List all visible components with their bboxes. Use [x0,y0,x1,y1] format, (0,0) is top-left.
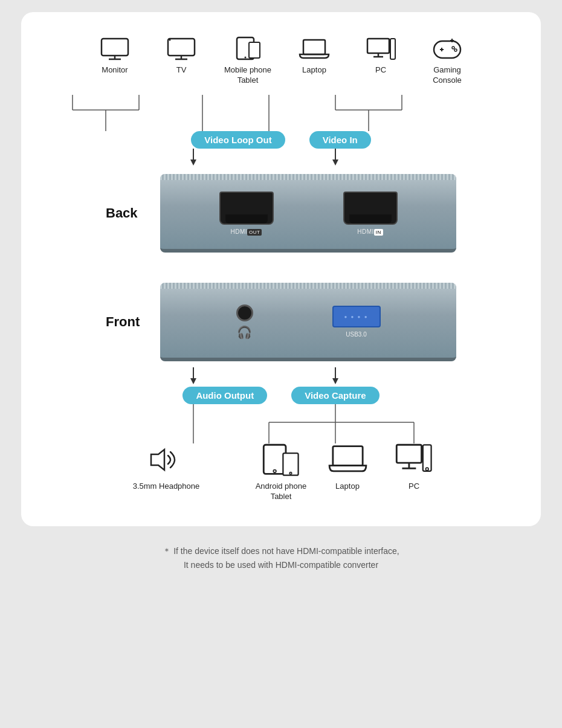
svg-point-20 [454,49,457,51]
footnote: ＊ If the device itself does not have HDM… [163,544,399,573]
icon-pc2: PC [381,443,447,492]
footnote-line2: It needs to be used with HDMI-compatible… [163,558,399,573]
main-card: Monitor TV Mobile phoneTablet [21,12,541,526]
svg-point-9 [245,57,247,59]
svg-marker-34 [190,159,196,166]
icon-monitor: Monitor [82,36,148,76]
icon-android: Android phoneTablet [248,443,314,502]
bottom-arrows [39,367,523,384]
top-connector-lines [39,92,523,131]
android-label: Android phoneTablet [256,482,307,502]
top-arrows [39,149,523,166]
front-device-box: 🎧 USB3.0 [160,283,456,361]
icon-laptop: Laptop [281,36,347,76]
bottom-icons-row: 3.5mm Headphone Android phoneTablet Lapt… [39,443,523,502]
svg-marker-38 [190,378,196,384]
icon-mobile: Mobile phoneTablet [215,36,281,86]
footnote-line1: ＊ If the device itself does not have HDM… [163,544,399,559]
audio-output-badge: Audio Output [182,387,267,404]
svg-rect-0 [102,39,128,56]
front-section: Front 🎧 USB3.0 [39,283,523,361]
icon-pc: PC [347,36,414,76]
front-label: Front [106,314,160,330]
usb-port: USB3.0 [332,306,381,338]
mobile-label: Mobile phoneTablet [224,65,271,86]
hdmi-out-port: HDMIOUT [219,192,274,235]
headphone-label: 3.5mm Headphone [133,482,200,492]
icon-tv: TV [148,36,215,76]
back-label: Back [106,205,160,221]
svg-marker-36 [332,159,338,166]
svg-rect-12 [367,39,389,53]
icon-headphone: 3.5mm Headphone [115,443,218,492]
svg-point-6 [169,39,171,41]
hdmi-out-connector [219,192,274,225]
usb-label: USB3.0 [346,331,366,338]
monitor-label: Monitor [102,65,128,76]
pc2-label: PC [409,482,419,492]
usb-connector [332,306,381,327]
gaming-label: GamingConsole [433,65,462,86]
svg-rect-11 [303,40,325,54]
icon-gaming: GamingConsole [414,36,480,86]
svg-rect-52 [332,446,362,465]
pc-label: PC [375,65,386,76]
tv-label: TV [176,65,187,76]
svg-marker-40 [332,378,338,384]
svg-marker-47 [151,449,164,470]
hdmi-out-label: HDMIOUT [231,228,262,235]
svg-rect-10 [249,42,260,58]
video-loop-out-badge: Video Loop Out [191,131,285,149]
svg-rect-3 [168,39,195,56]
audio-jack-port: 🎧 [236,304,253,340]
svg-point-19 [452,47,454,49]
back-section: Back HDMIOUT HDMIIN [39,174,523,253]
svg-rect-53 [396,445,421,463]
video-in-badge: Video In [309,131,371,149]
jack-port-circle [236,304,253,321]
svg-rect-15 [390,39,395,59]
icon-laptop2: Laptop [314,443,381,492]
laptop2-label: Laptop [335,482,360,492]
hdmi-in-label: HDMIIN [357,228,383,235]
hdmi-in-port: HDMIIN [343,192,398,235]
svg-point-57 [425,468,428,471]
top-badge-row: Video Loop Out Video In [39,131,523,149]
video-capture-badge: Video Capture [291,387,379,404]
svg-point-49 [273,469,276,472]
top-icons-row: Monitor TV Mobile phoneTablet [39,36,523,86]
laptop-label: Laptop [302,65,326,76]
bottom-connector-lines [39,404,523,443]
bottom-badge-row: Audio Output Video Capture [39,387,523,404]
headphone-icon: 🎧 [237,325,252,340]
hdmi-in-connector [343,192,398,225]
back-device-box: HDMIOUT HDMIIN [160,174,456,253]
